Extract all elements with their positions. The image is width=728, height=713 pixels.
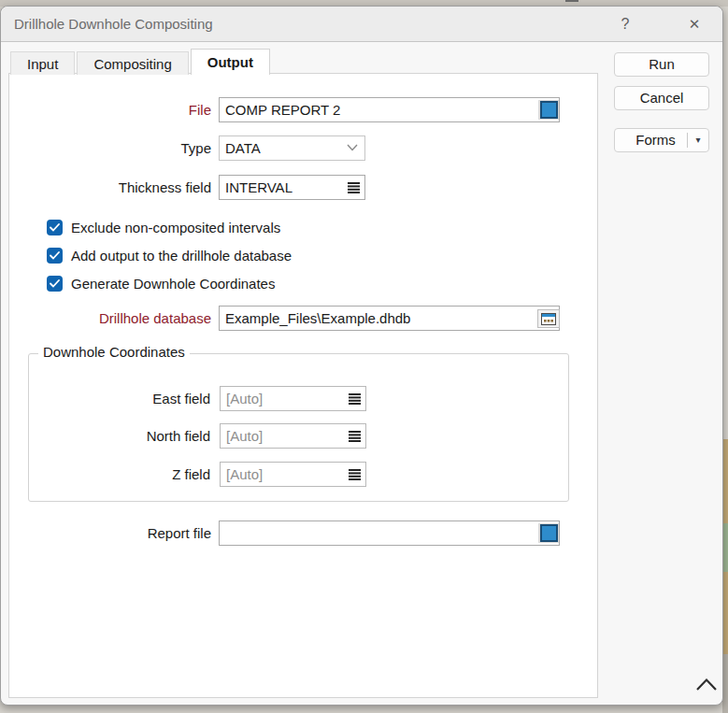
field-list-icon[interactable] bbox=[349, 430, 361, 442]
output-tab-panel: File Type DATA Thickness field bbox=[8, 73, 598, 698]
help-button[interactable]: ? bbox=[612, 7, 638, 41]
file-row: File bbox=[9, 97, 597, 122]
type-dropdown-value: DATA bbox=[225, 140, 261, 156]
checkbox-label[interactable]: Add output to the drillhole database bbox=[71, 248, 292, 264]
dialog-drillhole-downhole-compositing: Drillhole Downhole Compositing ? ✕ Input… bbox=[0, 6, 723, 706]
run-button[interactable]: Run bbox=[614, 52, 709, 77]
window-title: Drillhole Downhole Compositing bbox=[14, 7, 213, 41]
type-dropdown[interactable]: DATA bbox=[219, 135, 365, 161]
east-field-label: East field bbox=[29, 386, 210, 411]
drillhole-database-input[interactable] bbox=[219, 306, 560, 331]
file-picker-square-icon bbox=[540, 101, 558, 119]
type-label: Type bbox=[9, 135, 211, 161]
file-input[interactable] bbox=[219, 97, 560, 122]
forms-dropdown-arrow-icon[interactable]: ▾ bbox=[688, 129, 708, 151]
checkbox-checked[interactable] bbox=[47, 220, 63, 235]
report-file-picker-button[interactable] bbox=[538, 523, 559, 543]
chevron-down-icon bbox=[347, 144, 358, 151]
east-field-row: East field bbox=[29, 386, 568, 411]
type-row: Type DATA bbox=[9, 135, 597, 161]
checkbox-checked[interactable] bbox=[47, 276, 63, 292]
z-field-label: Z field bbox=[29, 462, 210, 487]
checkbox-checked[interactable] bbox=[47, 248, 63, 264]
report-file-row: Report file bbox=[9, 520, 597, 546]
downhole-coordinates-group-title: Downhole Coordinates bbox=[38, 344, 190, 360]
checkbox-label[interactable]: Exclude non-composited intervals bbox=[71, 220, 280, 236]
report-file-picker-square-icon bbox=[540, 524, 558, 542]
east-field-input[interactable] bbox=[220, 386, 366, 411]
checkbox-label[interactable]: Generate Downhole Coordinates bbox=[71, 276, 275, 292]
thickness-field-input[interactable] bbox=[219, 175, 365, 200]
drillhole-database-label: Drillhole database bbox=[9, 306, 211, 331]
forms-button-label[interactable]: Forms bbox=[615, 129, 687, 151]
tab-bar: Input Compositing Output bbox=[10, 49, 272, 75]
title-bar[interactable]: Drillhole Downhole Compositing ? ✕ bbox=[1, 7, 722, 42]
thickness-field-row: Thickness field bbox=[9, 175, 597, 200]
z-field-row: Z field bbox=[29, 462, 568, 487]
tab-compositing[interactable]: Compositing bbox=[77, 51, 188, 75]
drillhole-database-row: Drillhole database bbox=[9, 306, 597, 331]
checkmark-icon bbox=[50, 251, 60, 260]
field-list-icon[interactable] bbox=[349, 468, 361, 480]
tab-output[interactable]: Output bbox=[191, 49, 270, 75]
checkmark-icon bbox=[50, 279, 60, 288]
browse-window-icon bbox=[541, 313, 556, 325]
background-sliver-mark bbox=[565, 0, 578, 2]
close-button[interactable]: ✕ bbox=[679, 7, 709, 41]
collapse-dialog-button[interactable] bbox=[692, 677, 721, 700]
file-label: File bbox=[9, 97, 211, 122]
north-field-input[interactable] bbox=[220, 423, 366, 449]
field-list-icon[interactable] bbox=[348, 181, 360, 193]
north-field-row: North field bbox=[29, 423, 568, 449]
north-field-label: North field bbox=[29, 423, 210, 449]
z-field-input[interactable] bbox=[220, 462, 366, 487]
browse-file-button[interactable] bbox=[537, 309, 560, 328]
report-file-input[interactable] bbox=[219, 520, 560, 546]
forms-split-button[interactable]: Forms ▾ bbox=[614, 128, 709, 152]
field-list-icon[interactable] bbox=[349, 392, 361, 405]
checkmark-icon bbox=[50, 223, 60, 232]
chevron-up-icon bbox=[695, 677, 718, 692]
thickness-field-label: Thickness field bbox=[9, 175, 211, 200]
file-picker-button[interactable] bbox=[538, 100, 559, 120]
cancel-button[interactable]: Cancel bbox=[614, 86, 709, 110]
downhole-coordinates-group: Downhole Coordinates East field North fi… bbox=[28, 353, 569, 502]
tab-input[interactable]: Input bbox=[10, 51, 75, 75]
report-file-label: Report file bbox=[9, 520, 211, 546]
